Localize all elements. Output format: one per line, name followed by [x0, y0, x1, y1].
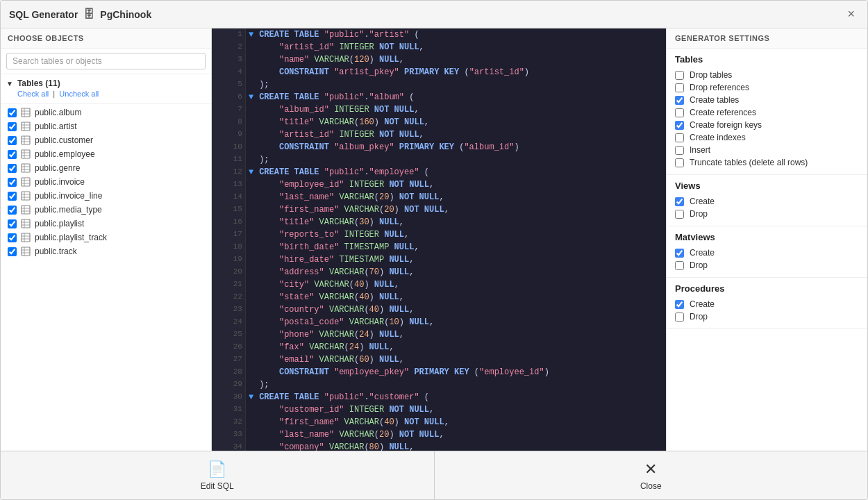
setting-label-procedures_drop[interactable]: Drop [690, 312, 708, 322]
setting-checkbox-drop_tables[interactable] [675, 71, 684, 80]
setting-label-matviews_drop[interactable]: Drop [690, 260, 708, 270]
fold-icon[interactable]: ▼ [245, 28, 256, 41]
collapse-icon[interactable]: ▼ [6, 80, 13, 88]
setting-checkbox-matviews_create[interactable] [675, 249, 684, 258]
setting-label-views_create[interactable]: Create [690, 197, 715, 206]
line-code: CONSTRAINT "artist_pkey" PRIMARY KEY ("a… [256, 66, 665, 78]
setting-checkbox-procedures_create[interactable] [675, 300, 684, 309]
search-input[interactable] [6, 53, 206, 69]
titlebar-left: SQL Generator 🗄 PgChinook [9, 8, 151, 21]
line-number: 34 [212, 441, 245, 451]
fold-icon [245, 328, 256, 341]
setting-label-truncate_tables[interactable]: Truncate tables (delete all rows) [690, 158, 808, 167]
line-code: CONSTRAINT "album_pkey" PRIMARY KEY ("al… [256, 141, 665, 153]
code-line: 4 CONSTRAINT "artist_pkey" PRIMARY KEY (… [212, 66, 666, 78]
setting-checkbox-create_tables[interactable] [675, 96, 684, 105]
line-code: "reports_to" INTEGER NULL, [256, 228, 665, 241]
fold-icon [245, 203, 256, 216]
close-button[interactable]: ✕ Close [435, 451, 868, 499]
table-item[interactable]: public.customer [1, 133, 211, 147]
titlebar: SQL Generator 🗄 PgChinook × [1, 1, 867, 28]
setting-item-views_drop: Drop [675, 208, 859, 220]
table-checkbox[interactable] [8, 206, 17, 215]
line-number: 24 [212, 316, 245, 328]
uncheck-all-link[interactable]: Uncheck all [59, 90, 99, 98]
setting-label-views_drop[interactable]: Drop [690, 209, 708, 219]
table-item[interactable]: public.album [1, 106, 211, 119]
setting-label-create_tables[interactable]: Create tables [690, 95, 739, 105]
code-line: 6 ▼ CREATE TABLE "public"."album" ( [212, 91, 666, 103]
line-number: 31 [212, 403, 245, 416]
table-item[interactable]: public.employee [1, 147, 211, 161]
table-checkbox[interactable] [8, 122, 17, 131]
setting-label-create_references[interactable]: Create references [690, 108, 756, 117]
line-code: "state" VARCHAR(40) NULL, [256, 291, 665, 303]
table-item[interactable]: public.invoice_line [1, 189, 211, 203]
setting-checkbox-procedures_drop[interactable] [675, 312, 684, 322]
line-code: "album_id" INTEGER NOT NULL, [256, 103, 665, 116]
main-window: SQL Generator 🗄 PgChinook × CHOOSE OBJEC… [0, 0, 868, 500]
table-item[interactable]: public.playlist_track [1, 231, 211, 244]
setting-checkbox-views_drop[interactable] [675, 210, 684, 219]
table-item[interactable]: public.playlist [1, 217, 211, 231]
fold-icon[interactable]: ▼ [245, 391, 256, 403]
fold-icon [245, 253, 256, 266]
setting-label-matviews_create[interactable]: Create [690, 248, 715, 258]
setting-checkbox-create_foreign_keys[interactable] [675, 121, 684, 130]
table-checkbox[interactable] [8, 219, 17, 228]
table-checkbox[interactable] [8, 164, 17, 173]
setting-checkbox-truncate_tables[interactable] [675, 158, 684, 167]
setting-checkbox-matviews_drop[interactable] [675, 261, 684, 270]
check-all-link[interactable]: Check all [17, 90, 49, 98]
line-number: 15 [212, 203, 245, 216]
table-checkbox[interactable] [8, 150, 17, 159]
code-line: 30 ▼ CREATE TABLE "public"."customer" ( [212, 391, 666, 403]
table-item[interactable]: public.media_type [1, 203, 211, 217]
table-checkbox[interactable] [8, 108, 17, 117]
section-title: Views [675, 181, 859, 191]
window-close-button[interactable]: × [843, 6, 859, 23]
setting-label-create_foreign_keys[interactable]: Create foreign keys [690, 120, 762, 130]
table-checkbox[interactable] [8, 136, 17, 145]
fold-icon[interactable]: ▼ [245, 91, 256, 103]
setting-checkbox-insert[interactable] [675, 146, 684, 155]
table-checkbox[interactable] [8, 247, 17, 256]
setting-label-drop_references[interactable]: Drop references [690, 83, 749, 92]
table-grid-icon [21, 149, 31, 159]
sql-editor[interactable]: 1 ▼ CREATE TABLE "public"."artist" ( 2 "… [212, 28, 666, 451]
setting-label-procedures_create[interactable]: Create [690, 299, 715, 309]
table-item[interactable]: public.invoice [1, 175, 211, 189]
table-item[interactable]: public.artist [1, 119, 211, 133]
setting-checkbox-create_indexes[interactable] [675, 133, 684, 142]
table-checkbox[interactable] [8, 192, 17, 201]
setting-checkbox-create_references[interactable] [675, 108, 684, 117]
fold-icon[interactable]: ▼ [245, 166, 256, 178]
svg-rect-16 [22, 164, 30, 172]
table-item[interactable]: public.track [1, 244, 211, 258]
table-item[interactable]: public.genre [1, 161, 211, 175]
fold-icon [245, 153, 256, 166]
code-line: 8 "title" VARCHAR(160) NOT NULL, [212, 116, 666, 128]
setting-label-drop_tables[interactable]: Drop tables [690, 70, 732, 80]
bottom-bar: 📄 Edit SQL ✕ Close [1, 451, 867, 499]
line-code: "address" VARCHAR(70) NULL, [256, 266, 665, 278]
fold-icon [245, 266, 256, 278]
edit-sql-button[interactable]: 📄 Edit SQL [1, 451, 435, 499]
sql-panel: 1 ▼ CREATE TABLE "public"."artist" ( 2 "… [212, 28, 666, 451]
svg-rect-0 [22, 108, 30, 117]
code-line: 21 "city" VARCHAR(40) NULL, [212, 278, 666, 291]
table-checkbox[interactable] [8, 178, 17, 187]
table-checkbox[interactable] [8, 233, 17, 242]
setting-label-create_indexes[interactable]: Create indexes [690, 133, 746, 142]
setting-checkbox-views_create[interactable] [675, 197, 684, 206]
code-line: 7 "album_id" INTEGER NOT NULL, [212, 103, 666, 116]
line-number: 21 [212, 278, 245, 291]
setting-checkbox-drop_references[interactable] [675, 83, 684, 92]
line-number: 2 [212, 41, 245, 53]
code-line: 29 ); [212, 378, 666, 391]
setting-item-create_references: Create references [675, 106, 859, 119]
setting-item-create_indexes: Create indexes [675, 131, 859, 144]
setting-label-insert[interactable]: Insert [690, 145, 710, 155]
code-line: 12 ▼ CREATE TABLE "public"."employee" ( [212, 166, 666, 178]
line-code: "title" VARCHAR(160) NOT NULL, [256, 116, 665, 128]
